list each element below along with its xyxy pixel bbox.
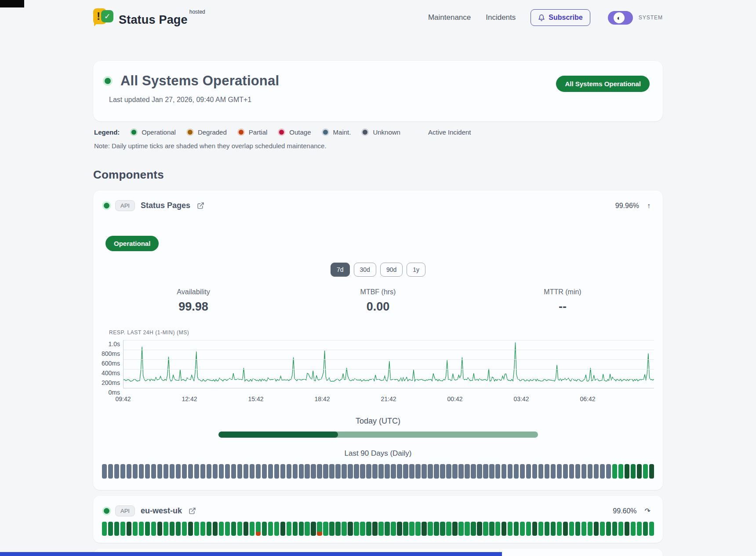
uptime-day-tick[interactable] <box>606 522 611 536</box>
uptime-day-tick[interactable] <box>231 464 236 479</box>
uptime-day-tick[interactable] <box>428 464 433 479</box>
range-button-90d[interactable]: 90d <box>380 263 403 277</box>
uptime-day-tick[interactable] <box>385 464 389 479</box>
uptime-day-tick[interactable] <box>237 464 242 479</box>
uptime-day-tick[interactable] <box>299 464 304 479</box>
uptime-day-tick[interactable] <box>471 464 476 479</box>
uptime-day-tick[interactable] <box>612 464 617 479</box>
uptime-day-tick[interactable] <box>409 464 414 479</box>
uptime-day-tick[interactable] <box>256 522 261 536</box>
uptime-day-tick[interactable] <box>631 464 636 479</box>
uptime-day-tick[interactable] <box>637 522 642 536</box>
uptime-day-tick[interactable] <box>625 522 629 536</box>
uptime-day-tick[interactable] <box>176 464 181 479</box>
uptime-day-tick[interactable] <box>299 522 304 536</box>
uptime-day-tick[interactable] <box>120 522 125 536</box>
uptime-day-tick[interactable] <box>594 522 599 536</box>
uptime-day-tick[interactable] <box>335 464 340 479</box>
uptime-day-tick[interactable] <box>489 522 494 536</box>
uptime-day-tick[interactable] <box>378 522 383 536</box>
uptime-day-tick[interactable] <box>200 464 205 479</box>
uptime-day-tick[interactable] <box>120 464 125 479</box>
uptime-day-tick[interactable] <box>182 464 187 479</box>
uptime-day-tick[interactable] <box>231 522 236 536</box>
uptime-day-tick[interactable] <box>188 464 193 479</box>
uptime-day-tick[interactable] <box>311 464 316 479</box>
uptime-day-tick[interactable] <box>287 464 291 479</box>
uptime-day-tick[interactable] <box>569 464 574 479</box>
uptime-day-tick[interactable] <box>342 522 346 536</box>
uptime-day-tick[interactable] <box>207 522 211 536</box>
uptime-day-tick[interactable] <box>600 464 605 479</box>
brand-logo[interactable]: ! ✓ Status Page hosted <box>93 8 205 27</box>
uptime-day-tick[interactable] <box>145 464 150 479</box>
uptime-day-tick[interactable] <box>108 522 113 536</box>
uptime-day-tick[interactable] <box>563 522 568 536</box>
uptime-day-tick[interactable] <box>293 464 298 479</box>
uptime-day-tick[interactable] <box>114 522 119 536</box>
uptime-day-tick[interactable] <box>643 464 648 479</box>
uptime-day-tick[interactable] <box>213 522 218 536</box>
uptime-day-tick[interactable] <box>452 522 457 536</box>
uptime-day-tick[interactable] <box>378 464 383 479</box>
uptime-day-tick[interactable] <box>280 464 285 479</box>
uptime-day-tick[interactable] <box>133 464 138 479</box>
expand-arrow-icon[interactable]: ↷ <box>645 507 651 515</box>
uptime-day-tick[interactable] <box>397 464 402 479</box>
uptime-day-tick[interactable] <box>532 522 537 536</box>
uptime-day-tick[interactable] <box>219 464 224 479</box>
uptime-day-tick[interactable] <box>329 522 334 536</box>
uptime-day-tick[interactable] <box>483 464 488 479</box>
uptime-day-tick[interactable] <box>415 464 420 479</box>
uptime-day-tick[interactable] <box>440 522 445 536</box>
uptime-day-tick[interactable] <box>403 464 408 479</box>
uptime-day-tick[interactable] <box>317 522 322 536</box>
uptime-day-tick[interactable] <box>600 522 605 536</box>
uptime-day-tick[interactable] <box>422 464 426 479</box>
uptime-day-tick[interactable] <box>133 522 138 536</box>
uptime-day-tick[interactable] <box>489 464 494 479</box>
uptime-day-tick[interactable] <box>588 522 592 536</box>
uptime-day-tick[interactable] <box>108 464 113 479</box>
uptime-day-tick[interactable] <box>225 522 230 536</box>
uptime-day-tick[interactable] <box>213 464 218 479</box>
uptime-day-tick[interactable] <box>575 464 580 479</box>
uptime-day-tick[interactable] <box>372 464 377 479</box>
external-link-icon[interactable] <box>189 507 196 515</box>
uptime-day-tick[interactable] <box>514 464 519 479</box>
uptime-day-tick[interactable] <box>250 522 254 536</box>
uptime-day-tick[interactable] <box>102 522 107 536</box>
uptime-day-tick[interactable] <box>631 522 636 536</box>
uptime-day-tick[interactable] <box>618 464 623 479</box>
uptime-day-tick[interactable] <box>268 522 273 536</box>
uptime-day-tick[interactable] <box>391 522 396 536</box>
uptime-day-tick[interactable] <box>502 464 506 479</box>
uptime-day-tick[interactable] <box>323 522 328 536</box>
uptime-day-tick[interactable] <box>477 522 482 536</box>
theme-toggle[interactable]: ◐ <box>608 11 633 25</box>
uptime-day-tick[interactable] <box>397 522 402 536</box>
uptime-day-tick[interactable] <box>618 522 623 536</box>
uptime-day-tick[interactable] <box>422 522 426 536</box>
uptime-day-tick[interactable] <box>575 522 580 536</box>
uptime-day-tick[interactable] <box>582 522 586 536</box>
uptime-day-tick[interactable] <box>403 522 408 536</box>
uptime-day-tick[interactable] <box>274 522 279 536</box>
uptime-day-tick[interactable] <box>458 522 463 536</box>
uptime-day-tick[interactable] <box>428 522 433 536</box>
uptime-day-tick[interactable] <box>483 522 488 536</box>
uptime-day-tick[interactable] <box>305 522 309 536</box>
external-link-icon[interactable] <box>197 202 204 209</box>
uptime-day-tick[interactable] <box>606 464 611 479</box>
uptime-day-tick[interactable] <box>612 522 617 536</box>
uptime-day-tick[interactable] <box>625 464 629 479</box>
uptime-day-tick[interactable] <box>520 522 525 536</box>
uptime-day-tick[interactable] <box>329 464 334 479</box>
uptime-day-tick[interactable] <box>170 522 174 536</box>
collapse-arrow-icon[interactable]: ↑ <box>647 202 651 210</box>
uptime-day-tick[interactable] <box>477 464 482 479</box>
uptime-day-tick[interactable] <box>127 522 131 536</box>
uptime-day-tick[interactable] <box>415 522 420 536</box>
uptime-day-tick[interactable] <box>551 464 556 479</box>
uptime-day-tick[interactable] <box>262 522 267 536</box>
